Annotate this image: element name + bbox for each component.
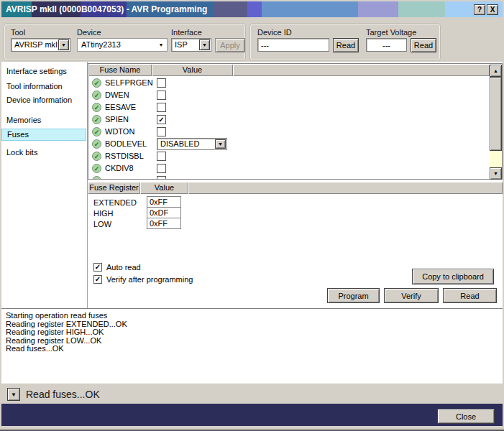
fuse-name: SPIEN <box>105 115 129 124</box>
register-value-header: Value <box>140 182 188 194</box>
fuse-name-header: Fuse Name <box>88 64 152 76</box>
device-select-value: ATtiny2313 <box>81 40 121 49</box>
fuse-row-ckdiv8: ✓ CKDIV8 <box>88 162 490 175</box>
device-id-label: Device ID <box>257 28 292 37</box>
fuse-row-bodlevel: ✓ BODLEVEL DISABLED ▼ <box>88 138 490 150</box>
fuse-value-header: Value <box>152 64 233 76</box>
register-extended-field[interactable] <box>147 196 181 208</box>
sidebar-item-interface-settings[interactable]: Interface settings <box>1 65 86 77</box>
fuse-table-body: ✓ SELFPRGEN ✓ DWEN ✓ EESAVE ✓ SPIEN ✓ ✓ <box>88 76 490 179</box>
device-info-group: Device ID Read Target Voltage Read <box>250 24 440 60</box>
chevron-down-icon[interactable]: ▼ <box>199 40 210 50</box>
status-ok-icon: ✓ <box>92 103 101 112</box>
close-button[interactable]: Close <box>437 409 495 424</box>
chevron-down-icon: ▾ <box>160 42 162 48</box>
status-ok-icon: ✓ <box>92 91 101 100</box>
fuse-checkbox[interactable]: ✓ <box>157 115 166 124</box>
fuse-table: Fuse Name Value ✓ SELFPRGEN ✓ DWEN ✓ EES… <box>88 63 503 180</box>
register-table-header: Fuse Register Value <box>88 182 503 194</box>
status-ok-icon: ✓ <box>92 78 101 88</box>
scrollbar-thumb[interactable] <box>490 77 502 151</box>
verify-after-programming-label: Verify after programming <box>106 275 193 284</box>
log-line: Starting operation read fuses <box>6 312 498 320</box>
help-button[interactable]: ? <box>474 4 485 15</box>
status-dropdown-icon[interactable]: ▼ <box>7 388 20 401</box>
fuse-table-header: Fuse Name Value <box>88 64 502 76</box>
scroll-down-icon[interactable]: ▼ <box>490 167 502 180</box>
read-button[interactable]: Read <box>443 288 497 303</box>
target-voltage-field[interactable] <box>366 38 407 52</box>
interface-select-value: ISP <box>175 40 188 49</box>
sidebar-item-memories[interactable]: Memories <box>1 114 86 126</box>
tool-label: Tool <box>11 28 25 37</box>
fuse-row-rstdisbl: ✓ RSTDISBL <box>88 150 490 162</box>
register-name: HIGH <box>93 209 114 218</box>
title-bar[interactable]: AVRISP mkII (0000B0047053) - AVR Program… <box>1 1 503 17</box>
sidebar-item-fuses[interactable]: Fuses <box>1 129 86 141</box>
register-high-field[interactable] <box>147 207 181 218</box>
fuse-name: RSTDISBL <box>105 152 144 160</box>
avr-programming-window: AVRISP mkII (0000B0047053) - AVR Program… <box>0 0 504 431</box>
fuse-name: CKDIV8 <box>105 164 134 172</box>
program-button[interactable]: Program <box>327 288 380 303</box>
register-low-field[interactable] <box>147 218 181 229</box>
auto-read-checkbox[interactable]: ✓ <box>93 263 102 272</box>
status-ok-icon: ✓ <box>92 152 101 161</box>
register-name: EXTENDED <box>93 198 137 207</box>
fuse-name: SELFPRGEN <box>105 78 153 87</box>
fuse-checkbox[interactable] <box>157 91 166 100</box>
register-filler-header <box>188 182 503 194</box>
tool-select-value: AVRISP mkII <box>14 40 60 49</box>
fuse-table-scrollbar[interactable]: ▲ ▼ <box>490 65 502 180</box>
target-voltage-label: Target Voltage <box>366 28 416 37</box>
tool-select[interactable]: AVRISP mkII ▼ <box>11 38 70 52</box>
chevron-down-icon[interactable]: ▼ <box>58 40 69 50</box>
fuse-name: DWEN <box>105 91 129 99</box>
auto-read-label: Auto read <box>106 263 141 272</box>
apply-button[interactable]: Apply <box>215 38 245 52</box>
fuse-checkbox[interactable] <box>157 103 166 112</box>
chevron-down-icon[interactable]: ▼ <box>215 139 226 149</box>
register-name: LOW <box>93 220 111 228</box>
fuse-checkbox[interactable] <box>157 127 166 136</box>
fuse-row-eesave: ✓ EESAVE <box>88 101 490 113</box>
interface-label: Interface <box>171 28 202 37</box>
sidebar-item-lock-bits[interactable]: Lock bits <box>1 147 86 158</box>
fuse-row-spien: ✓ SPIEN ✓ <box>88 113 490 126</box>
status-ok-icon: ✓ <box>92 139 101 149</box>
log-line: Reading register HIGH...OK <box>6 328 498 337</box>
interface-select[interactable]: ISP ▼ <box>171 38 211 52</box>
verify-after-programming-checkbox[interactable]: ✓ <box>93 275 102 284</box>
log-line: Read fuses...OK <box>6 345 498 353</box>
device-select[interactable]: ATtiny2313 ▾ <box>77 38 168 52</box>
sidebar-item-device-information[interactable]: Device information <box>1 94 86 106</box>
fuse-row-dwen: ✓ DWEN <box>88 89 490 101</box>
fuse-name: BODLEVEL <box>105 139 147 148</box>
bodlevel-select[interactable]: DISABLED ▼ <box>157 138 227 150</box>
bodlevel-select-value: DISABLED <box>160 139 199 148</box>
device-id-field[interactable] <box>257 38 329 52</box>
fuse-checkbox[interactable] <box>157 164 166 173</box>
sidebar-item-tool-information[interactable]: Tool information <box>1 80 86 92</box>
status-ok-icon: ✓ <box>92 127 101 136</box>
status-ok-icon: ✓ <box>92 115 101 124</box>
log-line: Reading register LOW...OK <box>6 337 498 346</box>
fuse-name: EESAVE <box>105 103 136 111</box>
verify-button[interactable]: Verify <box>384 288 439 303</box>
scroll-up-icon[interactable]: ▲ <box>490 65 502 77</box>
window-title: AVRISP mkII (0000B0047053) - AVR Program… <box>6 4 207 14</box>
fuse-checkbox[interactable] <box>157 176 166 179</box>
status-ok-icon: ✓ <box>92 164 101 173</box>
fuse-filler-header <box>233 64 490 76</box>
window-close-icon[interactable]: X <box>487 4 498 15</box>
status-ok-icon: ✓ <box>92 176 101 179</box>
fuse-checkbox[interactable] <box>157 78 166 88</box>
copy-to-clipboard-button[interactable]: Copy to clipboard <box>412 269 494 284</box>
status-bar: ▼ Read fuses...OK <box>1 383 503 404</box>
device-label: Device <box>77 28 101 37</box>
scrollbar-track[interactable] <box>490 151 502 167</box>
fuse-checkbox[interactable] <box>157 152 166 161</box>
fuse-name: WDTON <box>105 127 134 136</box>
target-voltage-read-button[interactable]: Read <box>411 38 436 52</box>
device-id-read-button[interactable]: Read <box>333 38 359 52</box>
